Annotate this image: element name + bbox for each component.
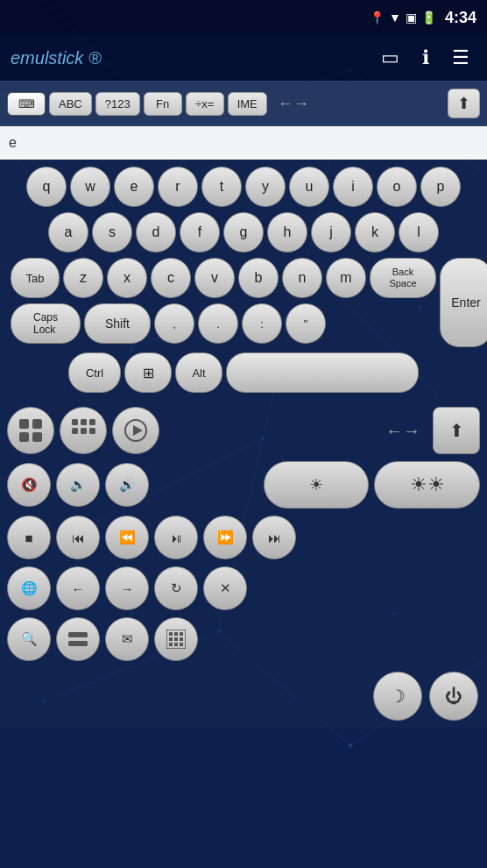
key-alt[interactable]: Alt xyxy=(175,352,222,393)
text-input-line[interactable]: e xyxy=(0,126,487,160)
key-ctrl[interactable]: Ctrl xyxy=(68,352,121,393)
key-backspace[interactable]: BackSpace xyxy=(370,258,436,298)
key-row-4: CapsLock Shift , . : " xyxy=(11,303,436,344)
mute-button[interactable]: 🔇 xyxy=(7,463,51,507)
key-p[interactable]: p xyxy=(420,167,461,207)
key-caps-lock[interactable]: CapsLock xyxy=(11,303,81,344)
key-f[interactable]: f xyxy=(180,212,220,253)
brightness-up-button[interactable]: ☀☀ xyxy=(374,461,480,509)
play-pause-button[interactable]: ⏯ xyxy=(154,516,198,559)
gamepad-row: ←→ ⬆ xyxy=(5,407,482,454)
info-icon[interactable]: ℹ xyxy=(415,43,436,73)
key-shift[interactable]: Shift xyxy=(84,303,151,344)
fn-mode-button[interactable]: Fn xyxy=(144,92,182,116)
key-enter[interactable]: Enter xyxy=(440,258,487,347)
brightness-down-button[interactable]: ☀ xyxy=(264,461,370,509)
forward-button[interactable]: → xyxy=(105,566,149,610)
key-row-3: Tab z x c v b n m BackSpace xyxy=(11,258,436,298)
math-mode-button[interactable]: ÷x= xyxy=(186,92,224,116)
key-z[interactable]: z xyxy=(63,258,103,298)
ime-mode-button[interactable]: IME xyxy=(228,92,267,116)
key-x[interactable]: x xyxy=(107,258,147,298)
status-bar: 📍 ▼ ▣ 🔋 4:34 xyxy=(0,0,487,35)
vol-down-button[interactable]: 🔉 xyxy=(56,463,100,507)
key-period[interactable]: . xyxy=(198,303,238,344)
volume-brightness-row: 🔇 🔉 🔊 ☀ ☀☀ xyxy=(5,461,482,509)
system-row: ☽ ⏻ xyxy=(5,668,482,722)
arrow-left-right-icon[interactable]: ←→ xyxy=(385,421,420,441)
key-u[interactable]: u xyxy=(289,167,329,207)
abc-mode-button[interactable]: ABC xyxy=(49,92,92,116)
svg-rect-30 xyxy=(32,419,42,429)
key-b[interactable]: b xyxy=(238,258,279,298)
search-button[interactable]: 🔍 xyxy=(7,617,51,661)
key-q[interactable]: q xyxy=(26,167,67,207)
battery-widget-icon[interactable]: ▭ xyxy=(374,43,406,73)
key-comma[interactable]: , xyxy=(154,303,194,344)
mail-button[interactable]: ✉ xyxy=(105,617,149,661)
text-input-value: e xyxy=(9,135,17,151)
rewind-button[interactable]: ⏪ xyxy=(105,516,149,559)
key-g[interactable]: g xyxy=(223,212,264,253)
key-m[interactable]: m xyxy=(326,258,366,298)
grid-4-button[interactable] xyxy=(7,407,54,454)
key-space[interactable] xyxy=(226,352,419,393)
symbols-mode-button[interactable]: ?123 xyxy=(95,92,140,116)
key-i[interactable]: i xyxy=(333,167,373,207)
keyboard-mode-button[interactable]: ⌨ xyxy=(7,92,46,116)
key-c[interactable]: c xyxy=(151,258,191,298)
app-row: 🔍 ✉ xyxy=(5,617,482,661)
key-h[interactable]: h xyxy=(267,212,307,253)
next-button[interactable]: ⏭ xyxy=(252,516,296,559)
stop-button[interactable]: ■ xyxy=(7,516,51,559)
key-k[interactable]: k xyxy=(355,212,395,253)
app-title: emulstick ® xyxy=(11,48,365,68)
upload-panel-button[interactable]: ⬆ xyxy=(433,407,480,454)
globe-button[interactable]: 🌐 xyxy=(7,566,51,610)
key-quote[interactable]: " xyxy=(286,303,326,344)
key-s[interactable]: s xyxy=(92,212,132,253)
moon-button[interactable]: ☽ xyxy=(373,672,422,721)
key-row-1: q w e r t y u i o p xyxy=(5,167,482,207)
nav-row: 🌐 ← → ↻ ✕ xyxy=(5,566,482,610)
svg-rect-32 xyxy=(32,432,42,442)
key-win[interactable]: ⊞ xyxy=(124,352,172,393)
svg-rect-36 xyxy=(72,428,78,434)
key-o[interactable]: o xyxy=(377,167,417,207)
vol-up-button[interactable]: 🔊 xyxy=(105,463,149,507)
key-n[interactable]: n xyxy=(282,258,322,298)
svg-rect-52 xyxy=(180,643,183,646)
svg-rect-44 xyxy=(169,632,173,636)
key-l[interactable]: l xyxy=(399,212,439,253)
prev-button[interactable]: ⏮ xyxy=(56,516,100,559)
key-tab[interactable]: Tab xyxy=(11,258,60,298)
left-arrow-button[interactable]: ←→ xyxy=(271,91,316,117)
calculator-button[interactable] xyxy=(154,617,198,661)
back-button[interactable]: ← xyxy=(56,566,100,610)
key-a[interactable]: a xyxy=(48,212,88,253)
svg-rect-45 xyxy=(174,632,178,636)
key-y[interactable]: y xyxy=(245,167,286,207)
power-button[interactable]: ⏻ xyxy=(429,672,478,721)
upload-button[interactable]: ⬆ xyxy=(448,89,480,118)
svg-rect-38 xyxy=(89,428,95,434)
grid-6-button[interactable] xyxy=(60,407,107,454)
close-button[interactable]: ✕ xyxy=(203,566,247,610)
taskbar-button[interactable] xyxy=(56,617,100,661)
keyboard-toolbar: ⌨ ABC ?123 Fn ÷x= IME ←→ ⬆ xyxy=(0,81,487,126)
fast-forward-button[interactable]: ⏩ xyxy=(203,516,247,559)
key-e[interactable]: e xyxy=(114,167,154,207)
key-w[interactable]: w xyxy=(70,167,110,207)
svg-rect-33 xyxy=(72,419,78,425)
refresh-button[interactable]: ↻ xyxy=(154,566,198,610)
key-d[interactable]: d xyxy=(136,212,176,253)
key-t[interactable]: t xyxy=(201,167,242,207)
transport-row: ■ ⏮ ⏪ ⏯ ⏩ ⏭ xyxy=(5,516,482,559)
key-v[interactable]: v xyxy=(194,258,235,298)
key-j[interactable]: j xyxy=(311,212,351,253)
play-button[interactable] xyxy=(112,407,159,454)
key-r[interactable]: r xyxy=(158,167,198,207)
key-colon[interactable]: : xyxy=(242,303,282,344)
key-rows-3-4-left: Tab z x c v b n m BackSpace CapsLock Shi… xyxy=(11,258,436,347)
menu-icon[interactable]: ☰ xyxy=(445,43,476,73)
